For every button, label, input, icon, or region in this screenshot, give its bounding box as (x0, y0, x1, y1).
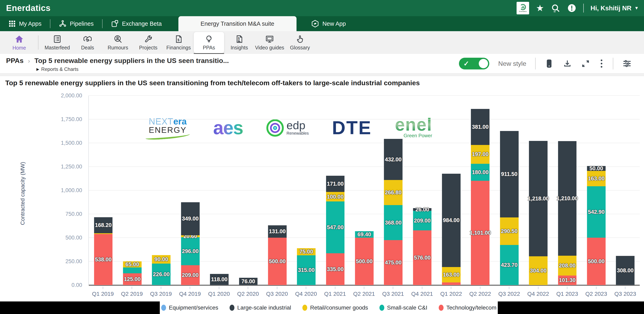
legend-item-technology-telecom[interactable]: Technology/telecom (439, 304, 496, 311)
user-menu[interactable]: Hi, Kshitij NR ▼ (590, 5, 639, 12)
technology-telecom-segment[interactable]: 538.00 (94, 234, 113, 285)
technology-telecom-segment[interactable]: 500.00 (587, 238, 606, 285)
brand-logo-text[interactable]: Enerdatics (6, 3, 50, 13)
retail-consumer-goods-segment[interactable] (94, 233, 113, 234)
large-scale-industrial-segment[interactable]: 911.50 (500, 131, 518, 217)
retail-consumer-goods-segment[interactable]: 90.00 (152, 255, 171, 264)
download-icon[interactable] (563, 59, 572, 68)
bar-Q1-2023[interactable]: 101.30208.001,210.00 (553, 96, 582, 285)
small-scale-c-i-segment[interactable]: 226.00 (152, 264, 171, 285)
large-scale-industrial-segment[interactable]: 171.00 (326, 176, 345, 192)
stacked-bar[interactable]: 315.0075.00 (297, 248, 316, 285)
toolbar-item-rumours[interactable]: Rumours (103, 32, 133, 53)
stacked-bar[interactable]: 475.00368.00266.80432.00 (384, 139, 402, 285)
stacked-bar[interactable]: 423.70290.50911.50 (500, 131, 518, 285)
stacked-bar[interactable]: 308.00 (616, 256, 634, 285)
toolbar-item-video-guides[interactable]: Video guides (254, 32, 285, 53)
small-scale-c-i-segment[interactable]: 180.00 (471, 164, 490, 181)
technology-telecom-segment[interactable]: 125.00 (123, 273, 142, 285)
stacked-bar[interactable]: 500.0069.40 (355, 231, 374, 285)
large-scale-industrial-segment[interactable]: 381.00 (471, 109, 490, 145)
retail-consumer-goods-segment[interactable]: 65.00 (123, 261, 142, 267)
stacked-bar[interactable]: 1,101.00180.00197.00381.00 (471, 109, 490, 285)
toolbar-item-projects[interactable]: Projects (133, 32, 164, 53)
bar-Q2-2020[interactable]: 76.00 (234, 96, 263, 285)
alerts-icon[interactable] (567, 4, 576, 13)
bar-Q1-2022[interactable]: 163.00984.00 (437, 96, 466, 285)
toolbar-item-insights[interactable]: $ Insights (224, 32, 254, 53)
technology-telecom-segment[interactable]: 209.00 (181, 265, 200, 285)
search-icon[interactable] (551, 4, 560, 13)
large-scale-industrial-segment[interactable]: 984.00 (442, 174, 460, 267)
stacked-bar[interactable]: 125.0065.00 (123, 261, 142, 285)
large-scale-industrial-segment[interactable]: 1,218.00 (529, 141, 548, 256)
large-scale-industrial-segment[interactable]: 76.00 (239, 278, 258, 285)
retail-consumer-goods-segment[interactable]: 290.50 (500, 217, 518, 245)
small-scale-c-i-segment[interactable]: 547.00 (326, 201, 345, 253)
bar-Q4-2019[interactable]: 209.00296.0020.60349.00 (176, 96, 205, 285)
small-scale-c-i-segment[interactable]: 209.00 (413, 211, 432, 231)
stacked-bar[interactable]: 101.30208.001,210.00 (558, 141, 577, 285)
retail-consumer-goods-segment[interactable]: 100.00 (326, 192, 345, 201)
toolbar-item-masterfeed[interactable]: Masterfeed (42, 32, 72, 53)
legend-item-large-scale-industrial[interactable]: Large-scale industrial (230, 304, 291, 311)
small-scale-c-i-segment[interactable]: 423.70 (500, 245, 518, 285)
stacked-bar[interactable]: 304.001,218.00 (529, 141, 548, 285)
bar-Q1-2021[interactable]: 335.00547.00100.00171.00 (321, 96, 350, 285)
small-scale-c-i-segment[interactable] (123, 267, 142, 273)
large-scale-industrial-segment[interactable]: 118.00 (210, 274, 228, 285)
bar-Q1-2019[interactable]: 538.00168.20 (89, 96, 118, 285)
technology-telecom-segment[interactable]: 1,101.00 (471, 181, 490, 285)
small-scale-c-i-segment[interactable]: 315.00 (297, 255, 316, 285)
toolbar-item-deals[interactable]: Deals (72, 32, 103, 53)
stacked-bar[interactable]: 500.00131.00 (268, 225, 286, 285)
stacked-bar[interactable]: 226.0090.00 (152, 255, 171, 285)
retail-consumer-goods-segment[interactable]: 20.60 (181, 235, 200, 237)
large-scale-industrial-segment[interactable]: 1,210.00 (558, 141, 577, 256)
retail-consumer-goods-segment[interactable]: 208.00 (558, 256, 577, 275)
retail-consumer-goods-segment[interactable]: 163.00 (442, 267, 460, 282)
stacked-bar[interactable]: 118.00 (210, 274, 228, 285)
technology-telecom-segment[interactable] (442, 282, 460, 285)
stacked-bar[interactable]: 576.00209.0026.00 (413, 208, 432, 285)
large-scale-industrial-segment[interactable]: 432.00 (384, 139, 402, 180)
nav-tab-my-apps[interactable]: My Apps (0, 16, 50, 31)
bar-Q3-2022[interactable]: 423.70290.50911.50 (495, 96, 524, 285)
small-scale-c-i-segment[interactable]: 296.00 (181, 237, 200, 265)
new-style-toggle[interactable]: ✓ (459, 58, 489, 70)
bar-Q4-2021[interactable]: 576.00209.0026.00 (408, 96, 437, 285)
technology-telecom-segment[interactable]: 335.00 (326, 253, 345, 285)
retail-consumer-goods-segment[interactable]: 163.00 (587, 171, 606, 186)
toolbar-item-home[interactable]: Home (4, 32, 34, 53)
stacked-bar[interactable]: 209.00296.0020.60349.00 (181, 202, 200, 285)
legend-item-small-scale-ci[interactable]: Small-scale C&I (380, 304, 428, 311)
bar-Q4-2020[interactable]: 315.0075.00 (292, 96, 321, 285)
nav-tab-new-app[interactable]: New App (302, 16, 354, 31)
large-scale-industrial-segment[interactable]: 26.00 (413, 208, 432, 211)
filter-settings-icon[interactable] (622, 59, 632, 68)
breadcrumb-root[interactable]: PPAs (6, 57, 24, 65)
retail-consumer-goods-segment[interactable]: 266.80 (384, 180, 402, 205)
toolbar-item-financings[interactable]: $ Financings (164, 32, 194, 53)
retail-consumer-goods-segment[interactable]: 304.00 (529, 256, 548, 285)
bar-Q1-2020[interactable]: 118.00 (205, 96, 234, 285)
technology-telecom-segment[interactable]: 475.00 (384, 240, 402, 285)
toolbar-item-ppas[interactable]: PPAs (194, 32, 224, 53)
bar-Q2-2022[interactable]: 1,101.00180.00197.00381.00 (466, 96, 495, 285)
retail-consumer-goods-segment[interactable]: 197.00 (471, 145, 490, 164)
bar-Q3-2023[interactable]: 308.00 (611, 96, 640, 285)
stacked-bar[interactable]: 76.00 (239, 278, 258, 285)
technology-telecom-segment[interactable]: 576.00 (413, 230, 432, 285)
bar-Q4-2022[interactable]: 304.001,218.00 (524, 96, 553, 285)
nav-tab-pipelines[interactable]: Pipelines (50, 16, 102, 31)
fullscreen-icon[interactable] (581, 59, 590, 68)
stacked-bar[interactable]: 500.00542.90163.0050.00 (587, 166, 606, 285)
technology-telecom-segment[interactable]: 101.30 (558, 275, 577, 285)
bar-Q2-2019[interactable]: 125.0065.00 (118, 96, 147, 285)
legend-item-retail-consumer-goods[interactable]: Retail/consumer goods (302, 304, 368, 311)
technology-telecom-segment[interactable]: 500.00 (268, 238, 286, 285)
more-options-icon[interactable] (599, 60, 604, 68)
technology-telecom-segment[interactable]: 500.00 (355, 238, 374, 285)
reports-charts-link[interactable]: ▶ Reports & Charts (36, 66, 78, 72)
bar-Q3-2021[interactable]: 475.00368.00266.80432.00 (379, 96, 408, 285)
